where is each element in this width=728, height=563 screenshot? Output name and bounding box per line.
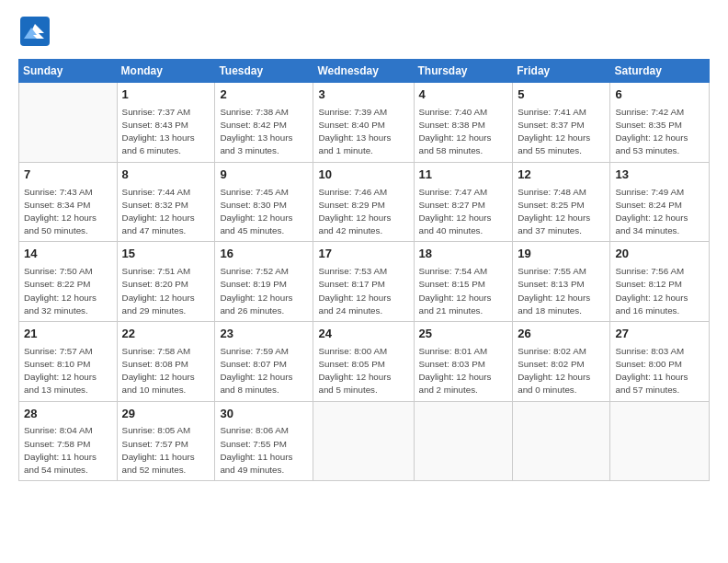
day-content: Sunrise: 7:58 AMSunset: 8:08 PMDaylight:… (122, 345, 210, 397)
day-content: Sunrise: 8:01 AMSunset: 8:03 PMDaylight:… (419, 345, 508, 397)
calendar-day-cell: 12Sunrise: 7:48 AMSunset: 8:25 PMDayligh… (513, 162, 610, 242)
day-number: 6 (615, 86, 704, 104)
calendar-day-cell (414, 401, 513, 481)
day-content: Sunrise: 8:03 AMSunset: 8:00 PMDaylight:… (615, 345, 704, 397)
day-content: Sunrise: 7:59 AMSunset: 8:07 PMDaylight:… (220, 345, 308, 397)
calendar-day-cell: 10Sunrise: 7:46 AMSunset: 8:29 PMDayligh… (313, 162, 414, 242)
day-content: Sunrise: 7:54 AMSunset: 8:15 PMDaylight:… (419, 265, 508, 317)
day-content: Sunrise: 7:52 AMSunset: 8:19 PMDaylight:… (220, 265, 308, 317)
day-content: Sunrise: 8:02 AMSunset: 8:02 PMDaylight:… (518, 345, 605, 397)
day-number: 14 (24, 246, 112, 263)
calendar-week-row: 1Sunrise: 7:37 AMSunset: 8:43 PMDaylight… (19, 83, 710, 163)
day-content: Sunrise: 7:44 AMSunset: 8:32 PMDaylight:… (122, 186, 210, 238)
calendar-day-cell: 6Sunrise: 7:42 AMSunset: 8:35 PMDaylight… (610, 83, 710, 163)
day-number: 5 (518, 86, 605, 104)
calendar-day-cell: 7Sunrise: 7:43 AMSunset: 8:34 PMDaylight… (19, 162, 118, 242)
calendar-day-cell: 28Sunrise: 8:04 AMSunset: 7:58 PMDayligh… (19, 401, 118, 481)
day-number: 18 (419, 246, 508, 263)
day-content: Sunrise: 7:37 AMSunset: 8:43 PMDaylight:… (122, 106, 210, 158)
day-number: 22 (122, 326, 210, 343)
calendar-day-cell: 18Sunrise: 7:54 AMSunset: 8:15 PMDayligh… (414, 242, 513, 322)
calendar-day-cell (19, 83, 118, 163)
day-number: 3 (318, 86, 408, 104)
day-content: Sunrise: 7:51 AMSunset: 8:20 PMDaylight:… (122, 265, 210, 317)
logo-icon (18, 15, 51, 48)
day-content: Sunrise: 7:41 AMSunset: 8:37 PMDaylight:… (518, 106, 605, 158)
day-of-week-header: Thursday (414, 60, 513, 83)
calendar-day-cell: 23Sunrise: 7:59 AMSunset: 8:07 PMDayligh… (215, 321, 313, 401)
day-number: 25 (419, 326, 508, 343)
day-number: 30 (220, 406, 308, 423)
calendar-day-cell: 8Sunrise: 7:44 AMSunset: 8:32 PMDaylight… (117, 162, 215, 242)
day-content: Sunrise: 7:42 AMSunset: 8:35 PMDaylight:… (615, 106, 704, 158)
calendar-day-cell (513, 401, 610, 481)
calendar-day-cell: 15Sunrise: 7:51 AMSunset: 8:20 PMDayligh… (117, 242, 215, 322)
day-number: 19 (518, 246, 605, 263)
day-content: Sunrise: 7:48 AMSunset: 8:25 PMDaylight:… (518, 186, 605, 238)
day-content: Sunrise: 7:50 AMSunset: 8:22 PMDaylight:… (24, 265, 112, 317)
day-number: 13 (615, 167, 704, 184)
day-content: Sunrise: 8:06 AMSunset: 7:55 PMDaylight:… (220, 424, 308, 477)
calendar-day-cell: 3Sunrise: 7:39 AMSunset: 8:40 PMDaylight… (313, 83, 414, 163)
calendar-day-cell: 14Sunrise: 7:50 AMSunset: 8:22 PMDayligh… (19, 242, 118, 322)
day-of-week-header: Wednesday (313, 60, 414, 83)
day-number: 27 (615, 326, 704, 343)
day-number: 4 (419, 86, 508, 104)
day-number: 29 (122, 406, 210, 423)
calendar-day-cell (313, 401, 414, 481)
day-number: 8 (122, 167, 210, 184)
calendar-day-cell: 13Sunrise: 7:49 AMSunset: 8:24 PMDayligh… (610, 162, 710, 242)
calendar-day-cell: 1Sunrise: 7:37 AMSunset: 8:43 PMDaylight… (117, 83, 215, 163)
day-content: Sunrise: 8:04 AMSunset: 7:58 PMDaylight:… (24, 424, 112, 477)
day-content: Sunrise: 8:00 AMSunset: 8:05 PMDaylight:… (318, 345, 408, 397)
day-content: Sunrise: 8:05 AMSunset: 7:57 PMDaylight:… (122, 424, 210, 477)
day-number: 20 (615, 246, 704, 263)
calendar-day-cell: 22Sunrise: 7:58 AMSunset: 8:08 PMDayligh… (117, 321, 215, 401)
calendar-day-cell: 30Sunrise: 8:06 AMSunset: 7:55 PMDayligh… (215, 401, 313, 481)
day-of-week-header: Saturday (610, 60, 710, 83)
calendar-day-cell: 16Sunrise: 7:52 AMSunset: 8:19 PMDayligh… (215, 242, 313, 322)
calendar-day-cell: 9Sunrise: 7:45 AMSunset: 8:30 PMDaylight… (215, 162, 313, 242)
calendar-day-cell: 21Sunrise: 7:57 AMSunset: 8:10 PMDayligh… (19, 321, 118, 401)
day-content: Sunrise: 7:38 AMSunset: 8:42 PMDaylight:… (220, 106, 308, 158)
day-number: 17 (318, 246, 408, 263)
day-number: 2 (220, 86, 308, 104)
day-of-week-header: Sunday (19, 60, 118, 83)
calendar-day-cell (610, 401, 710, 481)
calendar-day-cell: 20Sunrise: 7:56 AMSunset: 8:12 PMDayligh… (610, 242, 710, 322)
calendar-day-cell: 19Sunrise: 7:55 AMSunset: 8:13 PMDayligh… (513, 242, 610, 322)
calendar-day-cell: 29Sunrise: 8:05 AMSunset: 7:57 PMDayligh… (117, 401, 215, 481)
calendar-header-row: SundayMondayTuesdayWednesdayThursdayFrid… (19, 60, 710, 83)
calendar-week-row: 14Sunrise: 7:50 AMSunset: 8:22 PMDayligh… (19, 242, 710, 322)
day-of-week-header: Friday (513, 60, 610, 83)
day-number: 15 (122, 246, 210, 263)
day-of-week-header: Tuesday (215, 60, 313, 83)
calendar-day-cell: 27Sunrise: 8:03 AMSunset: 8:00 PMDayligh… (610, 321, 710, 401)
calendar-day-cell: 24Sunrise: 8:00 AMSunset: 8:05 PMDayligh… (313, 321, 414, 401)
day-number: 16 (220, 246, 308, 263)
day-number: 21 (24, 326, 112, 343)
day-of-week-header: Monday (117, 60, 215, 83)
day-number: 11 (419, 167, 508, 184)
day-content: Sunrise: 7:49 AMSunset: 8:24 PMDaylight:… (615, 186, 704, 238)
day-number: 23 (220, 326, 308, 343)
calendar-week-row: 7Sunrise: 7:43 AMSunset: 8:34 PMDaylight… (19, 162, 710, 242)
day-content: Sunrise: 7:56 AMSunset: 8:12 PMDaylight:… (615, 265, 704, 317)
day-content: Sunrise: 7:40 AMSunset: 8:38 PMDaylight:… (419, 106, 508, 158)
day-content: Sunrise: 7:47 AMSunset: 8:27 PMDaylight:… (419, 186, 508, 238)
day-number: 1 (122, 86, 210, 104)
day-number: 26 (518, 326, 605, 343)
day-content: Sunrise: 7:43 AMSunset: 8:34 PMDaylight:… (24, 186, 112, 238)
day-number: 9 (220, 167, 308, 184)
calendar-day-cell: 26Sunrise: 8:02 AMSunset: 8:02 PMDayligh… (513, 321, 610, 401)
day-number: 28 (24, 406, 112, 423)
calendar-day-cell: 5Sunrise: 7:41 AMSunset: 8:37 PMDaylight… (513, 83, 610, 163)
calendar-week-row: 28Sunrise: 8:04 AMSunset: 7:58 PMDayligh… (19, 401, 710, 481)
calendar-day-cell: 2Sunrise: 7:38 AMSunset: 8:42 PMDaylight… (215, 83, 313, 163)
calendar-table: SundayMondayTuesdayWednesdayThursdayFrid… (18, 59, 710, 481)
page-container: SundayMondayTuesdayWednesdayThursdayFrid… (0, 0, 728, 490)
day-content: Sunrise: 7:46 AMSunset: 8:29 PMDaylight:… (318, 186, 408, 238)
day-content: Sunrise: 7:53 AMSunset: 8:17 PMDaylight:… (318, 265, 408, 317)
day-content: Sunrise: 7:45 AMSunset: 8:30 PMDaylight:… (220, 186, 308, 238)
calendar-day-cell: 4Sunrise: 7:40 AMSunset: 8:38 PMDaylight… (414, 83, 513, 163)
